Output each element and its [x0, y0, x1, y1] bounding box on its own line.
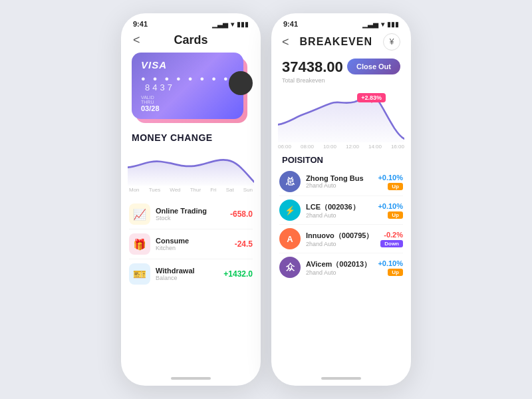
- signal-icon: ▁▃▅: [212, 21, 228, 28]
- time-1200: 12:00: [346, 144, 359, 150]
- innuovo-sub: 2hand Auto: [306, 241, 380, 247]
- chart-badge: +2.83%: [357, 93, 386, 102]
- day-thur: Thur: [190, 187, 201, 193]
- transaction-list: 📈 Online Trading Stock -658.0 🎁 Consume …: [121, 194, 261, 371]
- withdrawal-icon: 🎫: [129, 263, 150, 285]
- time-left: 9:41: [133, 20, 148, 28]
- innuovo-badge: Down: [380, 240, 403, 247]
- position-title: POISITON: [271, 151, 411, 168]
- home-indicator-right: [321, 377, 361, 380]
- money-change-chart: [121, 146, 261, 186]
- cards-title: Cards: [174, 33, 207, 47]
- breakeven-left: 37438.00 Total Breakeven: [282, 59, 343, 84]
- card-info: VALIDTHRU 03/28: [141, 95, 234, 112]
- day-wed: Wed: [170, 187, 180, 193]
- valid-thru-value: 03/28: [141, 104, 160, 112]
- card-area: VISA ● ● ● ● ● ● ● ● 8437 VALIDTHRU 03/2…: [121, 53, 261, 132]
- battery-icon-right: ▮▮▮: [387, 21, 399, 28]
- lce-sub: 2hand Auto: [306, 212, 378, 219]
- cards-phone: 9:41 ▁▃▅ ▾ ▮▮▮ < Cards VISA ● ● ● ● ● ● …: [121, 13, 261, 386]
- trading-info: Online Trading Stock: [156, 207, 230, 221]
- avicem-change: +0.10%: [378, 259, 403, 267]
- avicem-right: +0.10% Up: [378, 259, 403, 276]
- wifi-icon: ▾: [231, 21, 234, 28]
- avicem-info: AVicem（002013） 2hand Auto: [306, 259, 378, 276]
- avicem-sub: 2hand Auto: [306, 269, 378, 276]
- position-list: 总 Zhong Tong Bus 2hand Auto +0.10% Up ⚡ …: [271, 168, 411, 371]
- back-arrow-left[interactable]: <: [133, 33, 140, 47]
- signal-icon-right: ▁▃▅: [362, 21, 378, 28]
- consume-name: Consume: [156, 237, 235, 245]
- zhong-tong-icon: 总: [279, 171, 301, 192]
- consume-amount: -24.5: [235, 239, 253, 249]
- innuovo-info: Innuovo（000795） 2hand Auto: [306, 231, 380, 247]
- consume-sub: Kitchen: [156, 245, 235, 251]
- time-0800: 08:00: [301, 144, 314, 150]
- breakeven-phone: 9:41 ▁▃▅ ▾ ▮▮▮ < BREAKEVEN ¥ 37438.00 To…: [271, 13, 411, 386]
- visa-logo: VISA: [141, 59, 234, 70]
- zhong-tong-badge: Up: [388, 183, 403, 190]
- zhong-tong-change: +0.10%: [378, 174, 403, 182]
- withdrawal-amount: +1432.0: [223, 269, 253, 279]
- position-item[interactable]: 众 AVicem（002013） 2hand Auto +0.10% Up: [279, 253, 403, 281]
- lce-change: +0.10%: [378, 202, 403, 210]
- home-bar-left: [121, 371, 261, 386]
- lce-icon: ⚡: [279, 200, 301, 221]
- position-item[interactable]: 总 Zhong Tong Bus 2hand Auto +0.10% Up: [279, 168, 403, 196]
- visa-card[interactable]: VISA ● ● ● ● ● ● ● ● 8437 VALIDTHRU 03/2…: [132, 53, 243, 119]
- consume-icon: 🎁: [129, 233, 150, 255]
- yen-icon[interactable]: ¥: [383, 33, 400, 51]
- innuovo-icon: A: [279, 228, 301, 249]
- avicem-name: AVicem（002013）: [306, 259, 378, 269]
- position-item[interactable]: ⚡ LCE（002036） 2hand Auto +0.10% Up: [279, 196, 403, 225]
- cards-header: < Cards: [121, 31, 261, 53]
- zhong-tong-sub: 2hand Auto: [306, 182, 378, 189]
- withdrawal-name: Withdrawal: [156, 267, 223, 275]
- battery-icon: ▮▮▮: [237, 21, 249, 28]
- consume-info: Consume Kitchen: [156, 237, 235, 251]
- lce-info: LCE（002036） 2hand Auto: [306, 202, 378, 219]
- status-icons-left: ▁▃▅ ▾ ▮▮▮: [212, 21, 249, 28]
- close-out-button[interactable]: Close Out: [347, 59, 400, 74]
- status-icons-right: ▁▃▅ ▾ ▮▮▮: [362, 21, 399, 28]
- time-1000: 10:00: [323, 144, 336, 150]
- day-labels: Mon Tues Wed Thur Fri Sat Sun: [121, 186, 261, 194]
- home-bar-right: [271, 371, 411, 386]
- chart-svg-left: [128, 146, 254, 186]
- innuovo-change: -0.2%: [384, 231, 403, 239]
- position-item[interactable]: A Innuovo（000795） 2hand Auto -0.2% Down: [279, 225, 403, 253]
- card-circle-decoration: [229, 71, 253, 95]
- avicem-icon: 众: [279, 257, 301, 278]
- breakeven-chart: +2.83%: [271, 89, 411, 142]
- withdrawal-sub: Balance: [156, 275, 223, 281]
- transaction-item[interactable]: 🎁 Consume Kitchen -24.5: [129, 229, 253, 259]
- zhong-tong-name: Zhong Tong Bus: [306, 174, 378, 182]
- breakeven-section: 37438.00 Total Breakeven Close Out: [271, 56, 411, 89]
- zhong-tong-info: Zhong Tong Bus 2hand Auto: [306, 174, 378, 189]
- trading-sub: Stock: [156, 215, 230, 221]
- trading-icon: 📈: [129, 203, 150, 225]
- status-bar-right: 9:41 ▁▃▅ ▾ ▮▮▮: [271, 13, 411, 31]
- zhong-tong-right: +0.10% Up: [378, 174, 403, 190]
- day-sat: Sat: [226, 187, 234, 193]
- trading-amount: -658.0: [230, 209, 253, 219]
- back-arrow-right[interactable]: <: [282, 35, 289, 49]
- time-1600: 16:00: [391, 144, 404, 150]
- valid-thru-label: VALIDTHRU: [141, 95, 160, 104]
- breakeven-header: < BREAKEVEN ¥: [271, 31, 411, 56]
- withdrawal-info: Withdrawal Balance: [156, 267, 223, 281]
- time-labels: 06:00 08:00 10:00 12:00 14:00 16:00: [271, 142, 411, 151]
- lce-right: +0.10% Up: [378, 202, 403, 219]
- lce-badge: Up: [388, 211, 403, 219]
- card-expiry: VALIDTHRU 03/28: [141, 95, 160, 112]
- time-1400: 14:00: [368, 144, 382, 150]
- day-fri: Fri: [210, 187, 216, 193]
- home-indicator-left: [171, 377, 211, 380]
- trading-name: Online Trading: [156, 207, 230, 215]
- transaction-item[interactable]: 🎫 Withdrawal Balance +1432.0: [129, 259, 253, 289]
- status-bar-left: 9:41 ▁▃▅ ▾ ▮▮▮: [121, 13, 261, 31]
- avicem-badge: Up: [388, 269, 403, 276]
- innuovo-right: -0.2% Down: [380, 231, 403, 247]
- card-last-four: 8437: [145, 82, 175, 92]
- transaction-item[interactable]: 📈 Online Trading Stock -658.0: [129, 200, 253, 229]
